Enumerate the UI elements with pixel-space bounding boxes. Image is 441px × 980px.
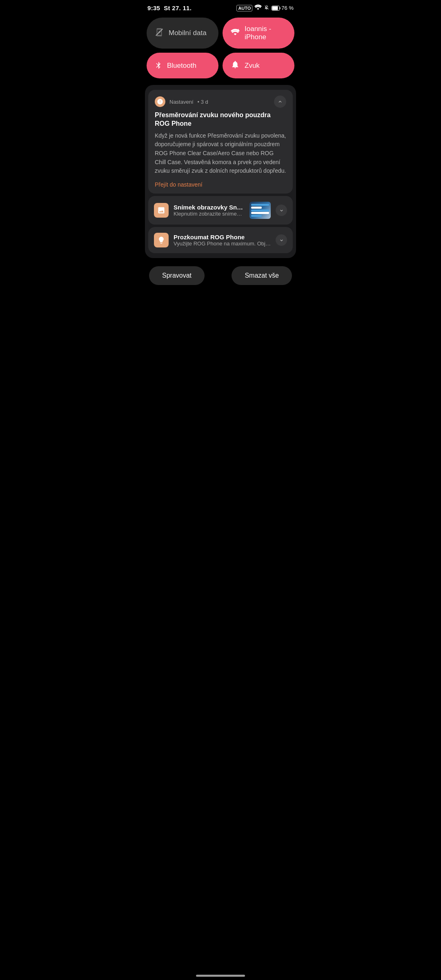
notif-explore-expand-btn[interactable] [276, 234, 287, 246]
notif-explore-text: Prozkoumat ROG Phone Využijte ROG Phone … [174, 234, 271, 247]
notif-screenshot-expand-btn[interactable] [276, 205, 287, 216]
notif-screenshot-text: Snímek obrazovky Snímek obra... Klepnutí… [174, 204, 245, 217]
notif-nastaveni-collapse-btn[interactable] [274, 96, 286, 108]
notification-explore[interactable]: Prozkoumat ROG Phone Využijte ROG Phone … [148, 227, 293, 253]
battery-icon: 76 % [272, 5, 294, 11]
notif-screenshot-thumbnail [249, 202, 271, 219]
status-bar: 9:35 St 27. 11. AUTO 76 % [141, 0, 300, 14]
notif-explore-title: Prozkoumat ROG Phone [174, 234, 271, 241]
thumb-line-3 [251, 209, 269, 212]
notif-nastaveni-body: Když je nová funkce Přesměrování zvuku p… [155, 131, 286, 176]
tile-sound-label: Zvuk [245, 62, 260, 70]
svg-text:6: 6 [238, 28, 239, 32]
wifi-icon [254, 4, 262, 11]
tile-mobile-data[interactable]: Mobilní data [147, 18, 218, 49]
notification-nastaveni[interactable]: Nastavení • 3 d Přesměrování zvuku novéh… [148, 90, 293, 194]
tile-bluetooth-label: Bluetooth [167, 62, 196, 70]
notif-screenshot-body: Klepnutím zobrazíte snímek obr... [174, 211, 245, 217]
notif-nastaveni-title: Přesměrování zvuku nového pouzdra ROG Ph… [155, 111, 286, 128]
notif-screenshot-title: Snímek obrazovky Snímek obra... [174, 204, 245, 211]
auto-icon: AUTO [236, 5, 252, 11]
notification-screenshot[interactable]: Snímek obrazovky Snímek obra... Klepnutí… [148, 196, 293, 225]
wifi-tile-icon: 6 [231, 28, 240, 39]
notif-screenshot-icon [154, 203, 169, 218]
notif-nastaveni-header-left: Nastavení • 3 d [155, 96, 208, 107]
sim-icon [155, 28, 164, 39]
battery-percent: 76 % [281, 5, 294, 11]
status-icons: AUTO 76 % [236, 4, 294, 12]
no-notifications-icon [264, 4, 270, 12]
thumb-line-4 [251, 212, 269, 214]
date: St 27. 11. [164, 4, 192, 11]
quick-tiles-grid: Mobilní data 6 Ioannis - iPhone Bluetoot… [141, 14, 300, 83]
svg-rect-2 [272, 6, 278, 10]
thumb-line-2 [251, 207, 262, 209]
notif-nastaveni-header: Nastavení • 3 d [155, 96, 286, 108]
tile-bluetooth[interactable]: Bluetooth [147, 53, 218, 78]
bluetooth-icon [155, 60, 162, 71]
thumb-line-5 [251, 215, 262, 217]
status-time-date: 9:35 St 27. 11. [147, 4, 192, 11]
clear-all-button[interactable]: Smazat vše [232, 266, 292, 285]
notif-explore-icon [154, 233, 169, 247]
notif-nastaveni-time: • 3 d [198, 99, 208, 105]
tile-wifi[interactable]: 6 Ioannis - iPhone [223, 18, 294, 49]
manage-button[interactable]: Spravovat [149, 266, 205, 285]
thumb-line-1 [251, 204, 269, 206]
time: 9:35 [147, 4, 160, 11]
tile-mobile-data-label: Mobilní data [169, 29, 207, 37]
bell-icon [231, 60, 240, 71]
notif-nastaveni-icon [155, 96, 165, 107]
notif-nastaveni-app-name: Nastavení [169, 99, 194, 105]
tile-wifi-label: Ioannis - iPhone [245, 25, 286, 41]
notif-explore-body: Využijte ROG Phone na maximum. Objevt... [174, 241, 271, 247]
tile-sound[interactable]: Zvuk [223, 53, 294, 78]
svg-rect-1 [280, 7, 281, 9]
bottom-buttons: Spravovat Smazat vše [141, 262, 300, 292]
notifications-area: Nastavení • 3 d Přesměrování zvuku novéh… [145, 85, 296, 258]
notif-nastaveni-action[interactable]: Přejít do nastavení [155, 181, 286, 188]
